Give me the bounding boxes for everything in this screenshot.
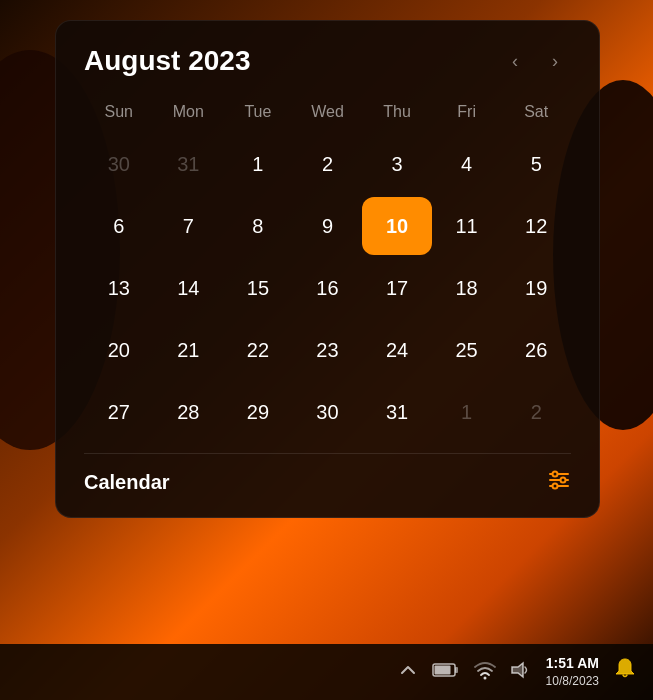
day-cell[interactable]: 29	[223, 383, 293, 441]
day-header-sun: Sun	[84, 97, 154, 127]
day-cell[interactable]: 25	[432, 321, 502, 379]
day-header-thu: Thu	[362, 97, 432, 127]
taskbar-clock[interactable]: 1:51 AM 10/8/2023	[546, 654, 599, 690]
taskbar-date: 10/8/2023	[546, 673, 599, 690]
day-cell[interactable]: 11	[432, 197, 502, 255]
nav-buttons: ‹ ›	[499, 45, 571, 77]
volume-icon[interactable]	[510, 660, 532, 685]
notification-bell-icon[interactable]	[613, 657, 637, 687]
next-month-button[interactable]: ›	[539, 45, 571, 77]
day-header-fri: Fri	[432, 97, 502, 127]
day-cell[interactable]: 12	[501, 197, 571, 255]
day-cell[interactable]: 10	[362, 197, 432, 255]
calendar-widget: August 2023 ‹ › SunMonTueWedThuFriSat 30…	[55, 20, 600, 518]
svg-rect-7	[434, 665, 450, 674]
day-cell[interactable]: 24	[362, 321, 432, 379]
day-cell[interactable]: 30	[293, 383, 363, 441]
day-cell[interactable]: 16	[293, 259, 363, 317]
calendar-footer: Calendar	[84, 453, 571, 497]
taskbar: 1:51 AM 10/8/2023	[0, 644, 653, 700]
svg-rect-8	[455, 667, 458, 673]
svg-point-5	[553, 484, 558, 489]
day-cell[interactable]: 1	[223, 135, 293, 193]
wifi-icon[interactable]	[474, 660, 496, 685]
svg-point-3	[553, 472, 558, 477]
day-cell[interactable]: 5	[501, 135, 571, 193]
svg-marker-10	[512, 663, 523, 677]
day-cell[interactable]: 1	[432, 383, 502, 441]
calendar-title: August 2023	[84, 45, 251, 77]
day-cell[interactable]: 20	[84, 321, 154, 379]
day-cell[interactable]: 31	[362, 383, 432, 441]
day-cell[interactable]: 13	[84, 259, 154, 317]
system-tray-chevron-icon[interactable]	[398, 660, 418, 685]
day-cell[interactable]: 17	[362, 259, 432, 317]
prev-month-button[interactable]: ‹	[499, 45, 531, 77]
day-cell[interactable]: 19	[501, 259, 571, 317]
day-cell[interactable]: 3	[362, 135, 432, 193]
taskbar-time: 1:51 AM	[546, 654, 599, 674]
day-header-sat: Sat	[501, 97, 571, 127]
day-header-wed: Wed	[293, 97, 363, 127]
taskbar-icons-group	[398, 660, 532, 685]
day-cell[interactable]: 28	[154, 383, 224, 441]
calendar-header: August 2023 ‹ ›	[84, 45, 571, 77]
day-cell[interactable]: 27	[84, 383, 154, 441]
day-cell[interactable]: 15	[223, 259, 293, 317]
day-cell[interactable]: 7	[154, 197, 224, 255]
svg-point-4	[561, 478, 566, 483]
day-cell[interactable]: 14	[154, 259, 224, 317]
day-header-mon: Mon	[154, 97, 224, 127]
calendar-footer-label: Calendar	[84, 471, 170, 494]
day-cell[interactable]: 4	[432, 135, 502, 193]
day-cell[interactable]: 31	[154, 135, 224, 193]
day-cell[interactable]: 21	[154, 321, 224, 379]
day-cell[interactable]: 9	[293, 197, 363, 255]
day-headers: SunMonTueWedThuFriSat	[84, 97, 571, 127]
day-cell[interactable]: 30	[84, 135, 154, 193]
day-cell[interactable]: 2	[293, 135, 363, 193]
battery-icon[interactable]	[432, 660, 460, 685]
settings-icon[interactable]	[547, 468, 571, 497]
day-cell[interactable]: 18	[432, 259, 502, 317]
day-cell[interactable]: 22	[223, 321, 293, 379]
day-cell[interactable]: 6	[84, 197, 154, 255]
days-grid: 3031123456789101112131415161718192021222…	[84, 135, 571, 441]
day-header-tue: Tue	[223, 97, 293, 127]
calendar-grid: SunMonTueWedThuFriSat 303112345678910111…	[84, 97, 571, 441]
day-cell[interactable]: 2	[501, 383, 571, 441]
day-cell[interactable]: 26	[501, 321, 571, 379]
svg-point-9	[483, 676, 486, 679]
day-cell[interactable]: 8	[223, 197, 293, 255]
day-cell[interactable]: 23	[293, 321, 363, 379]
